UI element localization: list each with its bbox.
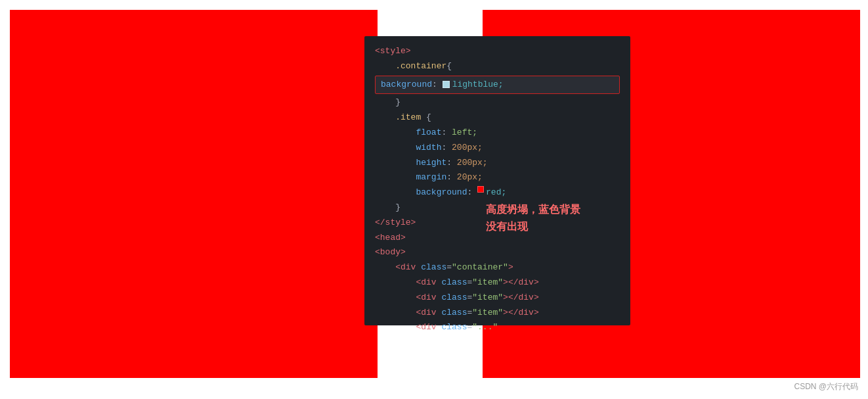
colon4: : <box>446 156 457 170</box>
attr-class4: class <box>441 306 467 320</box>
eq2: = <box>467 276 472 290</box>
div-close-item1: ></div> <box>503 276 539 290</box>
code-line-style-open: <style> <box>364 44 630 59</box>
code-indent <box>375 276 416 290</box>
div-item1: <div <box>416 276 441 290</box>
code-line-width: width : 200px; <box>364 141 630 156</box>
red-box <box>246 128 378 260</box>
colon2: : <box>441 126 452 140</box>
red-box <box>246 10 378 141</box>
val-left: left; <box>452 126 477 140</box>
code-indent <box>375 171 416 185</box>
div-item3: <div <box>416 306 441 320</box>
val-height: 200px; <box>457 156 488 170</box>
watermark-text: CSDN @六行代码 <box>794 382 858 391</box>
red-box <box>10 10 141 141</box>
brace-close2: } <box>395 201 401 215</box>
code-line-margin: margin : 20px; <box>364 170 630 185</box>
code-indent <box>375 306 416 320</box>
val-container: "container" <box>452 261 508 275</box>
attr-class2: class <box>441 276 467 290</box>
red-box <box>131 128 263 260</box>
colon5: : <box>446 171 457 185</box>
style-tag-close: </style> <box>375 216 416 230</box>
red-box <box>614 128 745 260</box>
red-box <box>614 10 745 141</box>
val-item1: "item" <box>472 276 503 290</box>
attr-class1: class <box>421 261 446 275</box>
red-box <box>614 246 745 378</box>
code-line-float: float : left; <box>364 126 630 141</box>
code-indent <box>375 96 395 110</box>
red-box <box>729 246 860 378</box>
div-item2: <div <box>416 291 441 305</box>
code-indent <box>375 201 395 215</box>
div-item4: <div <box>416 321 441 335</box>
code-indent <box>375 261 395 275</box>
code-line-div-container: <div class = "container" > <box>364 260 630 275</box>
code-line-close-container: } <box>364 95 630 110</box>
red-box <box>131 246 263 378</box>
val-item4: "..." <box>472 321 498 335</box>
code-indent <box>375 291 416 305</box>
val-margin: 20px; <box>457 171 483 185</box>
red-swatch <box>477 186 484 193</box>
val-red: red; <box>486 186 506 200</box>
brace-open: { <box>446 60 452 74</box>
code-indent <box>375 60 395 74</box>
head-tag: <head> <box>375 231 406 245</box>
code-indent <box>375 186 416 200</box>
code-panel: <style> .container { background : lightb… <box>364 36 630 325</box>
val-width: 200px; <box>452 141 483 155</box>
code-line-bg-red: background : red; <box>364 185 630 200</box>
brace-open2: { <box>426 111 431 125</box>
class-container: .container <box>395 60 446 74</box>
red-box <box>10 128 141 260</box>
colon3: : <box>441 141 452 155</box>
div-close-item2: ></div> <box>503 291 539 305</box>
val-item2: "item" <box>472 291 503 305</box>
code-indent <box>375 126 416 140</box>
prop-background: background <box>381 78 432 92</box>
red-box <box>10 246 141 378</box>
eq1: = <box>446 261 452 275</box>
annotation-line1: 高度坍塌，蓝色背景 <box>486 202 580 220</box>
lightblue-swatch <box>443 81 450 88</box>
prop-margin: margin <box>416 171 446 185</box>
red-box <box>246 246 378 378</box>
eq4: = <box>467 306 472 320</box>
value-lightblue: lightblue; <box>452 78 504 92</box>
div-close1: > <box>508 261 513 275</box>
brace-close: } <box>395 96 401 110</box>
prop-float: float <box>416 126 441 140</box>
code-line-item3: <div class = "item" ></div> <box>364 306 630 321</box>
div-open: <div <box>395 261 421 275</box>
attr-class3: class <box>441 291 467 305</box>
div-close-item3: ></div> <box>503 306 539 320</box>
red-box <box>131 10 263 141</box>
red-box <box>729 10 860 141</box>
eq5: = <box>467 321 472 335</box>
attr-class5: class <box>441 321 467 335</box>
prop-height: height <box>416 156 446 170</box>
code-indent <box>375 156 416 170</box>
style-tag-open: <style> <box>375 45 411 59</box>
code-line-body: <body> <box>364 245 630 260</box>
code-line-item4: <div class = "..." <box>364 320 630 335</box>
code-indent <box>375 111 395 125</box>
highlighted-background-line: background : lightblue; <box>375 76 620 95</box>
annotation-line2: 没有出现 <box>486 220 580 237</box>
watermark: CSDN @六行代码 <box>794 381 858 392</box>
code-line-item: .item { <box>364 110 630 126</box>
code-indent <box>375 141 416 155</box>
code-indent <box>375 321 416 335</box>
eq3: = <box>467 291 472 305</box>
colon6: : <box>467 186 477 200</box>
val-item3: "item" <box>472 306 503 320</box>
code-line-height: height : 200px; <box>364 156 630 171</box>
highlighted-line-wrapper: background : lightblue; <box>364 74 630 96</box>
code-line-item2: <div class = "item" ></div> <box>364 291 630 306</box>
body-tag: <body> <box>375 246 406 260</box>
code-line-container: .container { <box>364 59 630 74</box>
colon: : <box>432 78 443 92</box>
